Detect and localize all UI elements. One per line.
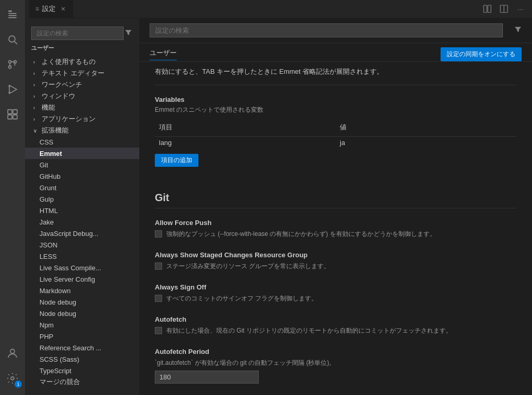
sidebar-item-window[interactable]: › ウィンドウ — [25, 90, 139, 102]
sidebar-item-live-server[interactable]: Live Server Config — [25, 273, 139, 285]
sidebar-item-scss[interactable]: SCSS (Sass) — [25, 353, 139, 365]
setting-autofetch: Autofetch 有効にした場合、現在の Git リポジトリの既定のリモートか… — [155, 315, 516, 335]
sidebar-item-extensions[interactable]: ∨ 拡張機能 — [25, 125, 139, 136]
activity-bar-extensions[interactable] — [0, 102, 25, 127]
sidebar-item-label: HTML — [39, 207, 58, 215]
sidebar-item-js-debug[interactable]: JavaScript Debug... — [25, 228, 139, 239]
setting-title: Always Show Staged Changes Resource Grou… — [155, 251, 516, 259]
activity-bar-source-control[interactable] — [0, 52, 25, 77]
sidebar-item-grunt[interactable]: Grunt — [25, 182, 139, 193]
chevron-icon: › — [33, 105, 39, 111]
svg-rect-0 — [8, 10, 12, 12]
git-section: Git Allow Force Push 強制的なプッシュ (--force-w… — [155, 192, 516, 384]
user-tab[interactable]: ユーザー — [150, 48, 177, 60]
setting-desc: `git.autofetch` が有効な場合の git の自動フェッチ間隔 (秒… — [155, 359, 516, 367]
allow-force-push-checkbox[interactable] — [155, 230, 162, 238]
sidebar-item-live-sass[interactable]: Live Sass Compile... — [25, 262, 139, 273]
sidebar-item-npm[interactable]: Npm — [25, 319, 139, 331]
sidebar-item-label: Live Sass Compile... — [39, 264, 101, 272]
sidebar-item-workbench[interactable]: › ワークベンチ — [25, 79, 139, 90]
activity-bar-run[interactable] — [0, 77, 25, 102]
chevron-icon: › — [33, 82, 39, 88]
setting-desc-text: `git.autofetch` が有効な場合の git の自動フェッチ間隔 (秒… — [155, 359, 335, 367]
setting-title: Autofetch — [155, 315, 516, 323]
sidebar-item-label: Node debug — [39, 310, 76, 318]
sidebar-item-label: マージの競合 — [39, 377, 80, 387]
sidebar-item-git[interactable]: Git — [25, 159, 139, 170]
sidebar-item-label: CSS — [39, 138, 54, 146]
chevron-icon: › — [33, 59, 39, 65]
settings-tab-close[interactable]: ✕ — [59, 5, 67, 13]
sidebar-item-yoku[interactable]: › よく使用するもの — [25, 56, 139, 68]
sidebar-item-merge[interactable]: マージの競合 — [25, 376, 139, 388]
sidebar-item-gulp[interactable]: Gulp — [25, 193, 139, 205]
sidebar-item-emmet[interactable]: Emmet — [25, 148, 139, 159]
settings-tab-icon: ≡ — [35, 5, 39, 12]
always-sign-off-checkbox[interactable] — [155, 295, 162, 302]
variables-desc: Emmet のスニペットで使用される変数 — [155, 106, 516, 114]
sidebar-item-php[interactable]: PHP — [25, 331, 139, 342]
activity-bar-search[interactable] — [0, 27, 25, 52]
sidebar-item-typescript[interactable]: TypeScript — [25, 365, 139, 376]
sidebar-item-label: Jake — [39, 218, 54, 226]
svg-marker-9 — [9, 85, 17, 94]
sidebar-item-less[interactable]: LESS — [25, 251, 139, 262]
table-cell-value: ja — [336, 137, 516, 149]
setting-title: Autofetch Period — [155, 348, 516, 356]
layout-button[interactable] — [497, 2, 511, 16]
sidebar-item-label: ウィンドウ — [42, 91, 75, 101]
activity-bar-account[interactable] — [0, 341, 25, 366]
title-bar: ≡ 設定 ✕ ··· — [25, 0, 532, 18]
sidebar-item-label: PHP — [39, 333, 54, 340]
setting-title: Allow Force Push — [155, 219, 516, 227]
sidebar-item-label: GitHub — [39, 173, 60, 180]
sidebar-item-label: アプリケーション — [42, 114, 96, 124]
autofetch-period-input[interactable] — [155, 371, 259, 384]
settings-tab[interactable]: ≡ 設定 ✕ — [29, 0, 73, 18]
svg-rect-19 — [488, 5, 491, 12]
chevron-icon: › — [33, 116, 39, 122]
sidebar-item-jake[interactable]: Jake — [25, 216, 139, 228]
svg-rect-12 — [8, 110, 12, 114]
settings-search-input[interactable] — [31, 27, 124, 40]
sidebar-item-json[interactable]: JSON — [25, 239, 139, 251]
sidebar-item-features[interactable]: › 機能 — [25, 102, 139, 113]
sidebar-item-github[interactable]: GitHub — [25, 170, 139, 182]
split-editor-button[interactable] — [480, 2, 495, 16]
svg-point-17 — [11, 377, 14, 380]
setting-desc-text: 強制的なプッシュ (--force-with-lease の有無にかかわらず) … — [166, 230, 436, 239]
activity-bar-explorer[interactable] — [0, 2, 25, 27]
settings-panel: ユーザー 設定の同期をオンにする 有効にすると、TAB キーを押したときに Em… — [139, 18, 532, 395]
svg-rect-14 — [8, 115, 12, 119]
autofetch-checkbox[interactable] — [155, 327, 162, 334]
always-show-staged-checkbox[interactable] — [155, 262, 162, 270]
filter-icon[interactable] — [124, 28, 133, 39]
setting-always-sign-off: Always Sign Off すべてのコミットのサインオフ フラグを制御します… — [155, 283, 516, 303]
variables-title: Variables — [155, 96, 516, 103]
top-note: 有効にすると、TAB キーを押したときに Emmet 省略記法が展開されます。 — [155, 62, 516, 85]
sidebar-item-reference-search[interactable]: Reference Search ... — [25, 342, 139, 353]
svg-point-8 — [9, 66, 11, 69]
sidebar-item-label: 拡張機能 — [42, 126, 69, 135]
more-actions-button[interactable]: ··· — [513, 2, 528, 16]
col-header-item: 項目 — [155, 121, 336, 137]
sidebar-item-label: Node debug — [39, 298, 76, 306]
sidebar-item-label: よく使用するもの — [42, 57, 96, 67]
svg-point-4 — [9, 36, 15, 42]
setting-title: Always Sign Off — [155, 283, 516, 291]
sidebar-item-text-editor[interactable]: › テキスト エディター — [25, 68, 139, 79]
sidebar-item-node-debug1[interactable]: Node debug — [25, 296, 139, 308]
settings-sidebar: ユーザー › よく使用するもの › テキスト エディター › ワークベンチ › … — [25, 18, 139, 395]
sidebar-item-node-debug2[interactable]: Node debug — [25, 308, 139, 319]
sidebar-item-css[interactable]: CSS — [25, 136, 139, 148]
sync-button[interactable]: 設定の同期をオンにする — [441, 47, 522, 61]
filter-settings-icon[interactable] — [514, 26, 522, 35]
svg-rect-18 — [484, 5, 487, 12]
add-item-button[interactable]: 項目の追加 — [155, 154, 198, 167]
sidebar-item-html[interactable]: HTML — [25, 205, 139, 216]
sidebar-item-markdown[interactable]: Markdown — [25, 285, 139, 296]
main-search-input[interactable] — [150, 23, 503, 37]
sidebar-item-label: SCSS (Sass) — [39, 356, 79, 363]
sidebar-item-application[interactable]: › アプリケーション — [25, 113, 139, 125]
activity-bar-settings[interactable]: 1 — [0, 366, 25, 391]
